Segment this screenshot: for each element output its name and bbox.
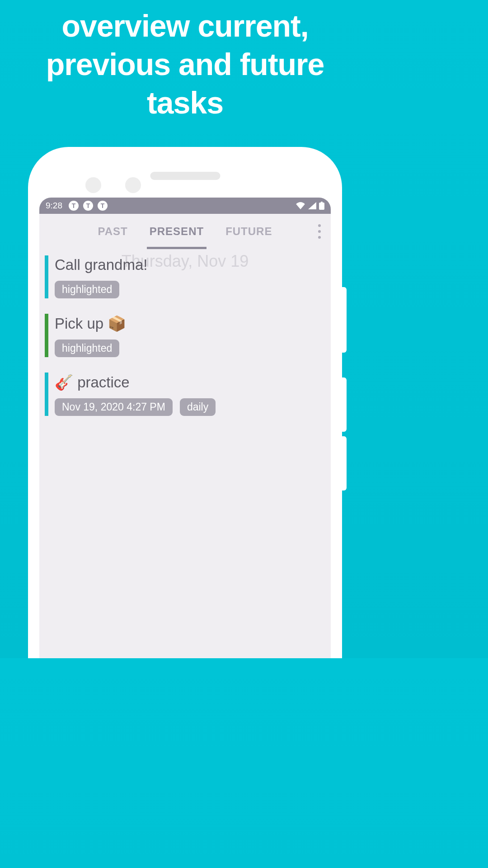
tabs-row: PAST PRESENT FUTURE: [39, 214, 331, 249]
task-chip: highlighted: [55, 281, 119, 298]
wifi-icon: [296, 202, 305, 209]
task-title: 🎸 practice: [55, 373, 216, 391]
notification-icon: T: [83, 201, 93, 211]
task-color-bar: [45, 314, 48, 357]
task-color-bar: [45, 373, 48, 416]
more-menu-icon[interactable]: [308, 224, 331, 239]
tab-future[interactable]: FUTURE: [225, 214, 272, 249]
task-list: Call grandma! highlighted Pick up 📦 high…: [39, 255, 331, 416]
battery-icon: [319, 202, 324, 210]
tab-present[interactable]: PRESENT: [150, 214, 204, 249]
tab-past[interactable]: PAST: [98, 214, 128, 249]
task-chip: Nov 19, 2020 4:27 PM: [55, 398, 173, 416]
task-item[interactable]: 🎸 practice Nov 19, 2020 4:27 PM daily: [45, 373, 325, 416]
phone-side-button: [341, 287, 347, 353]
phone-speaker: [150, 172, 220, 180]
phone-screen: 9:28 T T T PAST PRESENT FUTU: [39, 198, 331, 658]
phone-side-button: [341, 377, 347, 432]
task-title: Call grandma!: [55, 256, 147, 274]
tabs: PAST PRESENT FUTURE: [62, 214, 308, 249]
phone-top-hardware: [39, 170, 331, 198]
phone-camera-dot: [85, 177, 101, 193]
task-item[interactable]: Pick up 📦 highlighted: [45, 314, 325, 357]
phone-side-button: [341, 436, 347, 491]
task-chip: daily: [180, 398, 216, 416]
phone-frame: 9:28 T T T PAST PRESENT FUTU: [28, 147, 342, 658]
signal-icon: [308, 202, 316, 209]
svg-rect-0: [319, 203, 324, 210]
task-chip: highlighted: [55, 340, 119, 357]
task-title: Pick up 📦: [55, 315, 126, 332]
status-bar: 9:28 T T T: [39, 198, 331, 214]
phone-sensor-dot: [125, 177, 141, 193]
promo-title: overview current, previous and future ta…: [0, 0, 370, 122]
notification-icon: T: [98, 201, 108, 211]
notification-icon: T: [69, 201, 79, 211]
task-color-bar: [45, 255, 48, 298]
status-time: 9:28: [46, 201, 62, 211]
svg-rect-1: [321, 202, 323, 203]
